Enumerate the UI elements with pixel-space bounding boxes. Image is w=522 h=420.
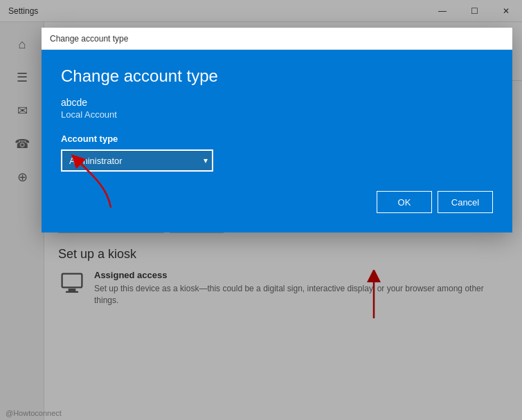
main-window: Settings — ☐ ✕ ⌂ ☰ ✉ ☎ ⊕ ← Ho... — [0, 0, 522, 420]
ok-button[interactable]: OK — [377, 191, 432, 213]
cancel-button[interactable]: Cancel — [438, 191, 493, 213]
dialog-body: Change account type abcde Local Account … — [42, 50, 512, 232]
dialog-actions: OK Cancel — [61, 191, 493, 213]
dialog-user-type: Local Account — [61, 109, 493, 120]
account-type-select[interactable]: Standard User Administrator — [61, 149, 213, 172]
account-type-select-wrapper: Standard User Administrator ▾ — [61, 149, 213, 172]
dialog-user-name: abcde — [61, 97, 493, 108]
change-account-dialog: Change account type Change account type … — [42, 28, 512, 232]
dialog-titlebar: Change account type — [42, 28, 512, 50]
dialog-field-label: Account type — [61, 134, 493, 144]
dialog-heading: Change account type — [61, 66, 493, 86]
dialog-titlebar-text: Change account type — [50, 34, 128, 44]
